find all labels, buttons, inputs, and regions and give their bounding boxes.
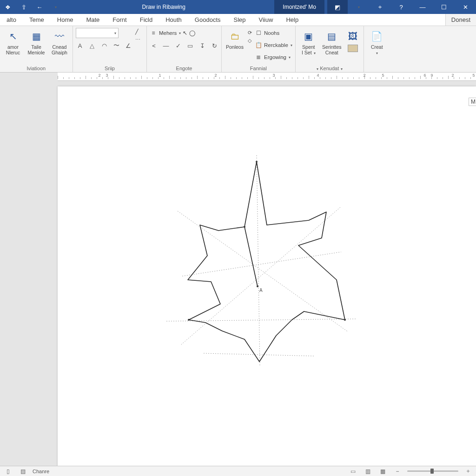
pointer-small-icon[interactable]: ↖ xyxy=(183,30,187,36)
mehers-label: Mehers xyxy=(159,30,177,36)
share-icon[interactable]: ⇧ xyxy=(18,0,30,14)
ponleos-button[interactable]: 🗀 Ponleos xyxy=(225,28,245,50)
app-icon[interactable]: ❖ xyxy=(2,0,14,14)
margin-marker[interactable]: M xyxy=(469,98,476,106)
document-page[interactable]: M A xyxy=(58,86,476,466)
noohs-dropdown[interactable]: ☐ Noohs xyxy=(255,28,292,38)
tab-teme[interactable]: Teme xyxy=(23,14,51,26)
pen-mode-icon[interactable]: ◩ xyxy=(327,0,348,14)
nav-btn3-label-top: Cnead xyxy=(53,44,67,50)
svg-point-9 xyxy=(344,319,346,321)
nav-btn2-label-bot: Meniole xyxy=(28,50,45,55)
ergowing-dropdown[interactable]: ≣ Ergowing ▾ xyxy=(255,52,292,62)
check-icon[interactable]: ✓ xyxy=(174,41,182,50)
add-icon[interactable]: ＋ xyxy=(369,0,390,14)
group-label-snip: Sriip xyxy=(76,66,144,72)
maximize-icon[interactable]: ☐ xyxy=(433,0,455,14)
zoom-in-icon[interactable]: ＋ xyxy=(463,467,473,476)
text-icon[interactable]: A xyxy=(76,41,84,50)
clipboard-icon: 📋 xyxy=(255,41,262,49)
rect-icon[interactable]: ▭ xyxy=(186,41,194,50)
ribbon-group-snip: ▾ A △ ◠ 〜 ∠ ╱ ⋯ Sriip xyxy=(73,26,147,72)
tab-slep[interactable]: Slep xyxy=(227,14,252,26)
triangle-icon[interactable]: △ xyxy=(88,41,96,50)
swatch-icon[interactable] xyxy=(348,45,358,52)
combo-selector[interactable]: ▾ xyxy=(76,28,119,38)
help-icon[interactable]: ? xyxy=(390,0,412,14)
picture-icon: 🖼 xyxy=(345,29,360,44)
ribbon: ↖ amorNleruc ▦ TaileMeniole 〰 CneadGhaip… xyxy=(0,26,476,73)
zoom-thumb[interactable] xyxy=(430,469,434,474)
nav-button-2[interactable]: ▦ TaileMeniole xyxy=(26,28,46,55)
nav-btn3-label-bot: Ghaiph xyxy=(52,50,67,55)
rerckable-dropdown[interactable]: 📋 Rerckable ▾ xyxy=(255,40,292,50)
tab-goodocts[interactable]: Goodocts xyxy=(188,14,227,26)
svg-line-4 xyxy=(182,252,341,276)
back-icon[interactable]: ← xyxy=(33,0,46,14)
document-title: Draw in Ribawing xyxy=(61,4,266,10)
tab-alto[interactable]: alto xyxy=(0,14,23,26)
ergowing-label: Ergowing xyxy=(264,54,286,60)
line-small-icon[interactable]: ― xyxy=(162,41,170,50)
close-icon[interactable]: ✕ xyxy=(455,0,476,14)
minimize-icon[interactable]: ― xyxy=(412,0,433,14)
nav-button-3[interactable]: 〰 CneadGhaiph xyxy=(49,28,70,55)
graph-icon: 〰 xyxy=(52,29,67,44)
view-web-icon[interactable]: ▦ xyxy=(377,467,388,476)
line-icon[interactable]: ╱ xyxy=(135,29,144,35)
spent-button[interactable]: ▣ SpentI Set ▾ xyxy=(298,28,319,55)
svg-line-2 xyxy=(181,207,340,345)
diamond-icon[interactable]: ◇ xyxy=(248,38,252,44)
status-page-icon[interactable]: ▯ xyxy=(3,467,13,476)
arc-icon[interactable]: ◠ xyxy=(100,41,108,50)
ruler-num: 2 xyxy=(214,73,217,78)
rotate-icon[interactable]: ↻ xyxy=(210,41,218,50)
tab-field[interactable]: Ficld xyxy=(133,14,159,26)
tab-home[interactable]: Home xyxy=(51,14,80,26)
horizontal-ruler[interactable]: 2 3 1 2 3 4 2 5 6 9 2 5 xyxy=(58,73,476,81)
window-controls: ◩ ▾ ＋ ? ― ☐ ✕ xyxy=(327,0,476,14)
tab-view[interactable]: Viiuw xyxy=(252,14,280,26)
angle-icon[interactable]: ∠ xyxy=(124,41,132,50)
ribbon-group-engote: ≡ Mehers ▾ ↖ ◯ < ― ✓ ▭ ↧ ↻ Engote xyxy=(147,26,222,72)
share-button[interactable]: Donest xyxy=(445,14,476,26)
snap-icon[interactable]: ↧ xyxy=(198,41,206,50)
more-icon[interactable]: ▾ xyxy=(348,0,369,14)
ruler-num: 3 xyxy=(272,73,275,78)
mode-badge[interactable]: Imontzed' Mo xyxy=(274,0,324,14)
box-icon: ▣ xyxy=(301,29,316,44)
ribbon-group-kenudat: ▣ SpentI Set ▾ ▤ SerinttesCneat 🖼 ▾ Kenu… xyxy=(296,26,364,72)
svg-line-0 xyxy=(257,155,260,365)
refresh-icon[interactable]: ⟳ xyxy=(248,30,252,36)
serinttes-button[interactable]: ▤ SerinttesCneat xyxy=(322,28,342,55)
svg-point-7 xyxy=(244,226,245,228)
group-label-engote: Engote xyxy=(150,66,218,72)
group-label-fannial: Fannial xyxy=(225,66,292,72)
tab-fornt[interactable]: Fornt xyxy=(106,14,133,26)
more-shapes-icon[interactable]: ⋯ xyxy=(135,37,144,43)
svg-point-6 xyxy=(256,161,258,163)
prev-icon[interactable]: < xyxy=(150,41,158,50)
tab-houth[interactable]: Houth xyxy=(159,14,188,26)
workspace[interactable]: M A xyxy=(0,81,476,466)
tab-mate[interactable]: Mate xyxy=(79,14,106,26)
view-print-icon[interactable]: ▥ xyxy=(363,467,373,476)
ribbon-group-fannial: 🗀 Ponleos ⟳ ◇ ☐ Noohs 📋 Rerckable ▾ ≣ xyxy=(222,26,296,72)
window-icon: ☐ xyxy=(255,29,262,37)
ribbon-tabs: alto Teme Home Mate Fornt Ficld Houth Go… xyxy=(0,14,476,26)
creat-button[interactable]: 📄 Creat▾ xyxy=(367,28,387,55)
status-bar: ▯ ▤ Chanre ▭ ▥ ▦ − ＋ xyxy=(0,466,476,476)
view-read-icon[interactable]: ▭ xyxy=(348,467,358,476)
zoom-slider[interactable] xyxy=(407,470,458,472)
nav-button-1[interactable]: ↖ amorNleruc xyxy=(3,28,23,55)
curve-icon[interactable]: 〜 xyxy=(112,41,120,50)
zoom-out-icon[interactable]: − xyxy=(392,467,403,476)
status-layout-icon[interactable]: ▤ xyxy=(18,467,28,476)
qat-more-icon[interactable]: ▾ xyxy=(49,0,61,14)
tab-help[interactable]: Help xyxy=(279,14,305,26)
chevron-down-icon: ▾ xyxy=(179,31,181,35)
mehers-dropdown[interactable]: ≡ Mehers ▾ ↖ ◯ xyxy=(150,28,218,38)
image-button[interactable]: 🖼 xyxy=(345,28,361,52)
drawing-canvas[interactable]: A xyxy=(137,142,378,403)
lasso-small-icon[interactable]: ◯ xyxy=(189,30,195,36)
